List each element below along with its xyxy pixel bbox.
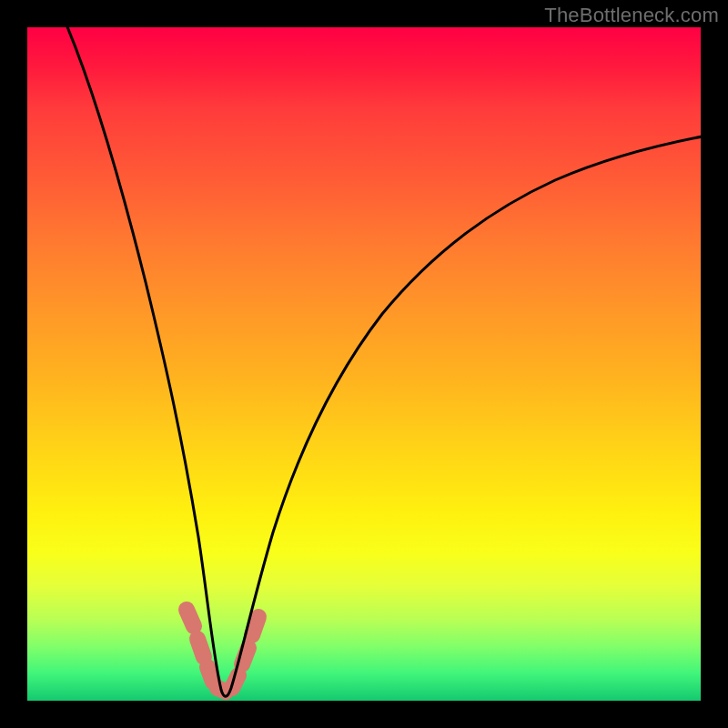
chart-frame: TheBottleneck.com xyxy=(0,0,728,728)
watermark-text: TheBottleneck.com xyxy=(544,4,719,27)
plot-area xyxy=(27,27,701,701)
bead-segment xyxy=(197,639,204,657)
bead-segment xyxy=(242,648,248,664)
bead-segment xyxy=(207,667,213,682)
bead-segment xyxy=(252,617,258,635)
bottleneck-curve xyxy=(64,27,701,696)
curve-svg xyxy=(27,27,701,701)
bead-segment xyxy=(187,610,194,626)
